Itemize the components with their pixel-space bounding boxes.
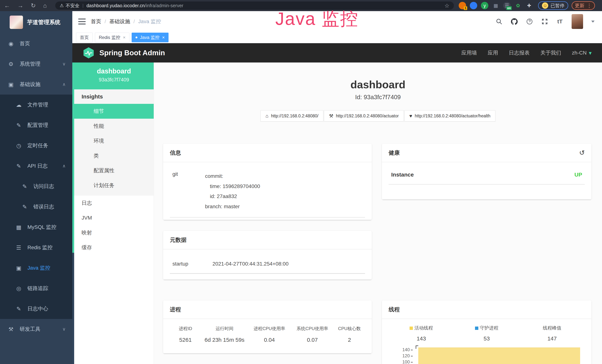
bookmark-star-icon[interactable]: ☆ — [444, 2, 449, 9]
instance-link[interactable]: ⚒http://192.168.0.2:48080/actuator — [324, 110, 404, 121]
sidebar-item-redis[interactable]: ☰Redis 监控 — [0, 237, 72, 258]
threads-chart: 140120100 — [389, 345, 585, 364]
sidebar-item-system[interactable]: ⚙系统管理∨ — [0, 54, 72, 74]
sidebar-item-java[interactable]: ▣Java 监控 — [0, 258, 72, 278]
dashboard-icon: ◉ — [7, 40, 15, 47]
gear-icon: ⚙ — [7, 61, 15, 67]
sba-nav-item[interactable]: 关于我们 — [540, 49, 561, 56]
instance-links: ⌂http://192.168.0.2:48080/⚒http://192.16… — [154, 110, 602, 121]
close-icon[interactable]: × — [162, 35, 165, 40]
sidebar-item-home[interactable]: ◉首页 — [0, 33, 72, 54]
database-icon: ▦ — [15, 224, 23, 230]
user-avatar[interactable] — [572, 14, 583, 29]
sidebar-item-error-log[interactable]: ✎错误日志 — [0, 197, 72, 217]
java-monitor-icon: ▣ — [15, 265, 23, 271]
layers-icon: ☰ — [15, 244, 23, 251]
tab-Java 监控[interactable]: Java 监控× — [132, 33, 169, 42]
ext-orange-icon[interactable]: 1 — [459, 2, 466, 9]
sba-nav: 应用墙应用日志报表关于我们zh-CN▾ — [462, 49, 592, 56]
breadcrumb-item[interactable]: 基础设施 — [109, 18, 130, 25]
threads-legend: 活动线程143守护进程53线程峰值147 — [389, 325, 585, 342]
back-icon[interactable]: ← — [4, 2, 10, 9]
sba-brand-label: Spring Boot Admin — [99, 49, 165, 57]
scrollbar-thumb[interactable] — [72, 63, 74, 253]
sidebar-item-trace[interactable]: ◎链路追踪 — [0, 278, 72, 299]
sba-locale-select[interactable]: zh-CN▾ — [572, 50, 592, 56]
hamburger-icon[interactable] — [78, 19, 86, 24]
sidebar-item-api-log[interactable]: ✎API 日志∧ — [0, 156, 72, 176]
sidebar-item-infra[interactable]: ▣基础设施∧ — [0, 74, 72, 95]
sidebar-item-label: 配置管理 — [27, 122, 48, 129]
process-table: 进程ID运行时间进程CPU使用率系统CPU使用率CPU核心数52616d 23h… — [170, 326, 365, 343]
sba-brand[interactable]: Spring Boot Admin — [83, 47, 165, 59]
browser-update-button[interactable]: 更新 ⋮ — [572, 1, 595, 10]
chevron-down-icon[interactable] — [591, 21, 595, 23]
font-size-icon[interactable]: tT — [556, 18, 563, 25]
sidebar-menu: ◉首页⚙系统管理∨▣基础设施∧ — [0, 33, 72, 95]
sba-menu-item[interactable]: 日志 — [74, 196, 154, 211]
fullscreen-icon[interactable] — [541, 18, 548, 25]
sba-menu-item[interactable]: 配置属性 — [74, 163, 154, 178]
sidebar-item-job[interactable]: ◷定时任务 — [0, 135, 72, 156]
sba-menu-item[interactable]: 缓存 — [74, 240, 154, 255]
breadcrumb-item[interactable]: 首页 — [91, 18, 101, 25]
legend-item: 活动线程143 — [389, 325, 454, 342]
instance-id: 93a3fc7f7409 — [74, 77, 154, 83]
sba-menu-item[interactable]: 性能 — [74, 119, 154, 134]
help-icon[interactable] — [526, 18, 533, 25]
github-icon[interactable] — [511, 18, 518, 25]
badge: on — [506, 6, 512, 10]
instance-link[interactable]: ♥http://192.168.0.2:48080/actuator/healt… — [404, 110, 495, 121]
sba-nav-item[interactable]: 应用墙 — [462, 49, 477, 56]
sba-content: dashboard Id: 93a3fc7f7409 ⌂http://192.1… — [154, 63, 602, 364]
forward-icon[interactable]: → — [17, 2, 23, 9]
sba-nav-item[interactable]: 应用 — [488, 49, 498, 56]
tab-Redis 监控[interactable]: Redis 监控× — [95, 33, 129, 42]
breadcrumb: 首页/基础设施/Java 监控 — [91, 11, 161, 32]
sba-nav-item[interactable]: 日志报表 — [509, 49, 530, 56]
sidebar-item-tools[interactable]: ⚒研发工具∨ — [0, 319, 72, 339]
ext-on-icon[interactable]: ☰on — [503, 2, 511, 9]
home-icon[interactable]: ⌂ — [43, 2, 47, 9]
history-icon[interactable]: ↺ — [579, 149, 585, 157]
tab-label: Java 监控 — [140, 34, 160, 40]
address-bar[interactable]: ⚠ 不安全 | dashboard.yudao.iocoder.cn/infra… — [55, 1, 454, 10]
legend-value: 147 — [519, 335, 585, 342]
sidebar-item-file[interactable]: ☁文件管理 — [0, 95, 72, 115]
tab-首页[interactable]: 首页 — [76, 33, 93, 42]
scrollbar-track[interactable] — [72, 63, 74, 364]
instance-link[interactable]: ⌂http://192.168.0.2:48080/ — [260, 110, 323, 121]
insights-section: Insights 细节性能环境类配置属性计划任务 — [74, 89, 154, 196]
ext-y-icon[interactable]: y — [481, 2, 488, 9]
ext-puzzle-icon[interactable]: ✚ — [526, 2, 533, 9]
sba-menu-item[interactable]: 环境 — [74, 134, 154, 148]
sidebar-item-config[interactable]: ✎配置管理 — [0, 115, 72, 135]
sba-menu-item[interactable]: JVM — [74, 211, 154, 225]
ext-grid-icon[interactable]: ▦ — [492, 2, 499, 9]
info-value-line: commit: — [205, 171, 260, 181]
sidebar-item-log-center[interactable]: ✎日志中心 — [0, 299, 72, 319]
emoji-avatar-icon: ☺ — [542, 2, 548, 9]
app-logo[interactable]: 芋道管理系统 — [0, 11, 72, 33]
legend-value: 143 — [389, 335, 454, 342]
ext-sprout-icon[interactable]: ✿ — [514, 2, 522, 9]
sba-menu-item[interactable]: 细节 — [74, 104, 154, 119]
close-icon[interactable]: × — [123, 35, 126, 40]
sba-menu-item[interactable]: 映射 — [74, 225, 154, 240]
axis-tick-label: 120 — [389, 353, 413, 358]
ext-pin-icon[interactable] — [470, 2, 477, 9]
browser-menu-icon[interactable]: ⋮ — [587, 3, 592, 9]
process-value: 0.07 — [291, 337, 334, 343]
sidebar-item-access-log[interactable]: ✎访问日志 — [0, 176, 72, 197]
reload-icon[interactable]: ↻ — [31, 2, 36, 9]
search-icon[interactable] — [495, 18, 503, 25]
sba-menu-item[interactable]: 类 — [74, 148, 154, 163]
sidebar-item-label: 基础设施 — [20, 81, 40, 88]
instance-header[interactable]: dashboard 93a3fc7f7409 — [74, 63, 154, 89]
toolbox-icon: ⚒ — [7, 326, 15, 332]
security-label: 不安全 — [66, 3, 80, 9]
sidebar-item-mysql[interactable]: ▦MySQL 监控 — [0, 217, 72, 237]
app-title: 芋道管理系统 — [27, 19, 60, 26]
profile-paused-pill[interactable]: ☺ 已暂停 — [538, 1, 568, 10]
sba-menu-item[interactable]: 计划任务 — [74, 178, 154, 193]
